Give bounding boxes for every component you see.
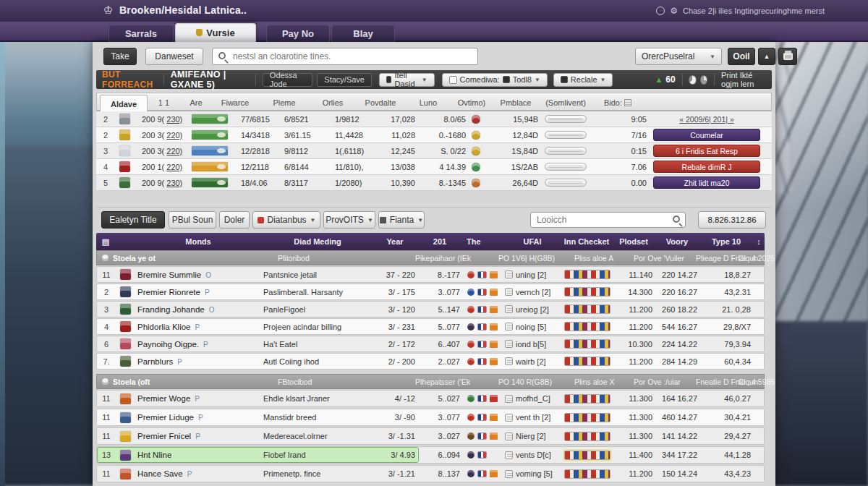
- row-action-button[interactable]: 6 i Fridis Eat Resp: [653, 145, 760, 157]
- clock-pie-icon[interactable]: [689, 75, 696, 85]
- go-value: 60: [665, 74, 675, 85]
- nation-flags: [463, 289, 505, 296]
- col-diad-meding[interactable]: Diad Meding: [263, 237, 373, 246]
- 201-cell: 5..077: [418, 323, 463, 331]
- databurs-dropdown[interactable]: Diatanbus ▼: [252, 211, 320, 229]
- take-button[interactable]: Take: [103, 48, 137, 65]
- col-pleme[interactable]: Pleme: [258, 98, 310, 107]
- tab-aldave[interactable]: Aldave: [100, 95, 148, 112]
- col-somlivent[interactable]: (Somlivent): [539, 98, 592, 107]
- col-ufal[interactable]: UFAl: [504, 237, 561, 246]
- profile-dropdown[interactable]: OrercPuselral▼: [635, 48, 722, 65]
- povdalte-cell: 13/038: [376, 163, 418, 171]
- document-icon: [505, 470, 513, 478]
- table-row[interactable]: 4 200 1( 220) 12/2118 6/8144 11/810), 13…: [96, 159, 772, 175]
- doler-button[interactable]: Doler: [219, 211, 250, 229]
- col-201[interactable]: 201: [417, 237, 462, 246]
- col-voory[interactable]: Voory: [655, 237, 699, 246]
- value-cell: 18,8.27: [700, 270, 754, 279]
- col-type-10[interactable]: Type 10: [699, 237, 753, 246]
- print-log-label[interactable]: Print Ikté ogjm lern: [721, 71, 772, 88]
- year-cell: 3/ - 231: [373, 323, 418, 331]
- search-input[interactable]: [213, 48, 477, 64]
- collapse-up-button[interactable]: ▲: [758, 48, 775, 65]
- league-row[interactable]: 2 Premier RionreteP Paslimberall. Harsan…: [96, 284, 765, 300]
- league-row[interactable]: 11 Bremire SummlieO Pantsnice jetail 37 …: [96, 266, 765, 283]
- value-cell: 43,2.31: [700, 288, 754, 297]
- stacy-save-button[interactable]: Stacy/Save: [317, 73, 372, 87]
- league-table-group-a: 11 Bremire SummlieO Pantsnice jetail 37 …: [96, 266, 765, 370]
- col-luno[interactable]: Luno: [406, 98, 451, 107]
- balance-button[interactable]: 8.826.312.86: [698, 211, 766, 229]
- comediwa-filter[interactable]: Comediwa: Todl8 ▼: [442, 73, 548, 87]
- row-action-button[interactable]: Rebale dimR J: [653, 161, 760, 173]
- stadium-crowd-right: [764, 321, 868, 486]
- league-row[interactable]: 3 Franding JohandeO PanleFigoel 3/ - 120…: [96, 301, 765, 317]
- club-crest-icon: [119, 129, 130, 140]
- col-are[interactable]: Are: [180, 98, 212, 107]
- col-year[interactable]: Year: [373, 237, 417, 246]
- itell-dasid-dropdown[interactable]: Itell Dasid ▼: [379, 73, 435, 87]
- col-ovtimo[interactable]: Ovtimo): [451, 98, 493, 107]
- nation-dot-icon: [467, 470, 475, 477]
- dataset-button[interactable]: Danweset: [145, 48, 203, 65]
- row-action-button[interactable]: « 2009/6| 201| »: [653, 113, 760, 125]
- reclale-dropdown[interactable]: Reclale ▼: [553, 73, 613, 87]
- 201-cell: 8..137: [418, 469, 463, 478]
- col-the[interactable]: The: [462, 237, 504, 246]
- flag-icon: [380, 217, 386, 223]
- league-row[interactable]: 11 Premier WogeP Ehdle klsart Jraner 4/ …: [96, 390, 765, 407]
- league-row[interactable]: 11 Premier FnicelP Medereacel.olrner 3/ …: [96, 427, 765, 445]
- odessa-button[interactable]: Odessa Jode: [263, 73, 312, 87]
- nation-flags: [463, 432, 505, 440]
- sort-icon[interactable]: ↕: [753, 237, 765, 246]
- col-bido[interactable]: Bido:: [592, 98, 643, 107]
- col-orlies[interactable]: Orlies: [310, 98, 355, 107]
- provdits-dropdown[interactable]: ProvOITS ▼: [323, 211, 375, 229]
- tab-sarrals[interactable]: Sarrals: [109, 25, 174, 42]
- league-row[interactable]: 6 Paynoihg Oigpe.P Ha't Eatel 2/ - 172 6…: [96, 336, 765, 352]
- col-fiwarce[interactable]: Fiwarce: [212, 98, 258, 107]
- fianta-dropdown[interactable]: Fianta ▼: [378, 211, 425, 229]
- print-button[interactable]: [778, 48, 797, 65]
- tab-vursie-rege[interactable]: Vursie Rege:: [175, 23, 256, 42]
- col-11[interactable]: 1 1: [148, 98, 180, 107]
- nation-flags: [463, 451, 505, 459]
- confirm-button[interactable]: Ooil: [728, 48, 755, 65]
- season-cell: 200 1( 220): [134, 163, 190, 171]
- status-circle-icon[interactable]: [656, 7, 665, 15]
- tab-pay-no[interactable]: Pay No: [266, 25, 330, 42]
- ealetyn-title-button[interactable]: Ealetyn Title: [101, 211, 165, 229]
- table-row[interactable]: 2 200 9( 230) 77/6815 6/8521 1/9812 17,0…: [96, 111, 772, 127]
- col-monds[interactable]: Monds: [134, 237, 263, 246]
- group-header-a[interactable]: Stoela ye ot Plitoribod Pikepaihaor (IEk…: [96, 250, 765, 265]
- pbul-soun-button[interactable]: PBul Soun: [169, 211, 216, 229]
- voory-cell: 11.300: [613, 432, 655, 440]
- col-inn-checket[interactable]: Inn Checket: [561, 237, 613, 246]
- clock-pie-icon-2[interactable]: [700, 75, 707, 85]
- col-povdalte[interactable]: Povdalte: [355, 98, 406, 107]
- competition-crest-icon: [120, 431, 131, 442]
- list-icon[interactable]: ▤: [96, 237, 115, 247]
- table-row[interactable]: 3 200 3( 220) 12/2818 9/8112 1(,6118) 12…: [96, 143, 772, 159]
- row-action-button[interactable]: Coumelar: [653, 129, 760, 141]
- col-pmblace[interactable]: Pmblace: [493, 98, 539, 107]
- league-row[interactable]: 13 Hnt Nline Fiobef Irand 3/ 4.93 6..094…: [96, 446, 765, 464]
- divider: [714, 74, 715, 85]
- checkbox[interactable]: [449, 76, 457, 84]
- club-crest-icon: [119, 114, 130, 124]
- league-row[interactable]: 7. ParnblursP Autl Coiing ihod 2/ - 200 …: [96, 353, 765, 370]
- league-search-input[interactable]: [531, 213, 685, 227]
- league-row[interactable]: 11 Hance SaveP Primenetp. fince 3/ -1.21…: [96, 465, 765, 482]
- tab-blay[interactable]: Blay: [331, 25, 395, 42]
- table-row[interactable]: 5 200 9( 230) 18/4.06 8/3117 1/2080) 10,…: [96, 175, 772, 191]
- gear-icon[interactable]: ⚙: [670, 6, 678, 16]
- league-row[interactable]: 4 Phidorlia KlioeP Projeen acindar billi…: [96, 318, 765, 335]
- row-action-button[interactable]: Zhit lidt ma20: [653, 176, 760, 189]
- type-cell: 284 14.29: [655, 357, 700, 366]
- table-row[interactable]: 2 200 3( 220) 14/3418 3/61.15 11,4428 11…: [96, 127, 772, 143]
- group-header-b[interactable]: Stoela (oft FBtoclbod Plhepatsser ('Ek P…: [96, 374, 765, 389]
- col-plodset[interactable]: Plodset: [613, 237, 655, 246]
- nation-square-icon: [490, 306, 498, 313]
- league-row[interactable]: 11 Premier LidugeP Manstidr breed 3/ -90…: [96, 409, 765, 426]
